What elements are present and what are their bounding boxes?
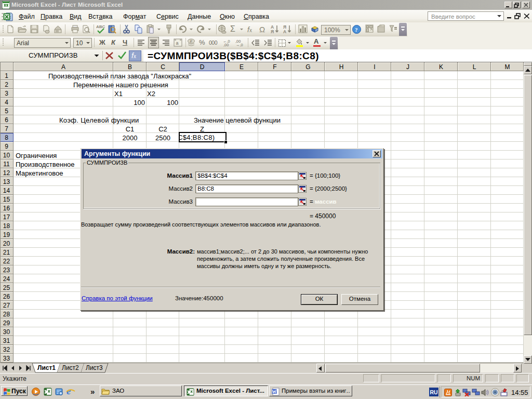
svg-text:А: А bbox=[283, 29, 286, 34]
svg-text:Лист3: Лист3 bbox=[86, 364, 103, 371]
svg-text:,00: ,00 bbox=[223, 43, 229, 47]
svg-text:?: ? bbox=[355, 26, 358, 33]
svg-text:Я: Я bbox=[271, 29, 274, 34]
svg-text:Лист2: Лист2 bbox=[62, 364, 79, 371]
svg-text:Лист1: Лист1 bbox=[37, 364, 56, 371]
svg-text:₽: ₽ bbox=[190, 39, 193, 43]
svg-text:→,0: →,0 bbox=[236, 43, 243, 47]
svg-text:a: a bbox=[176, 41, 179, 46]
